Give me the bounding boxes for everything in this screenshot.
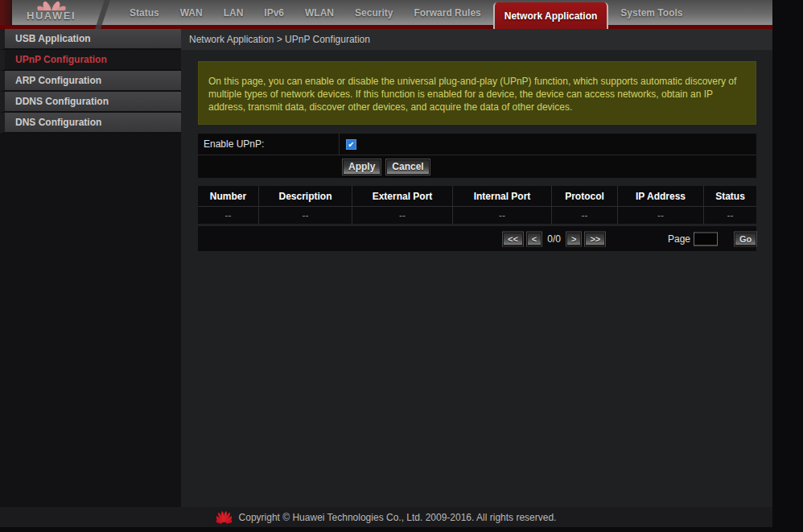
go-button[interactable]: Go — [735, 232, 756, 245]
form-buttons-row: Apply Cancel — [198, 155, 756, 178]
tab-system-tools[interactable]: System Tools — [612, 0, 691, 25]
tab-lan[interactable]: LAN — [215, 0, 253, 25]
col-header-number: Number — [198, 186, 259, 206]
brand-name: HUAWEI — [27, 10, 84, 22]
col-header-internal-port: Internal Port — [453, 186, 552, 206]
next-page-button[interactable]: > — [566, 232, 581, 245]
copyright-text: Copyright © Huawei Technologies Co., Ltd… — [239, 512, 557, 523]
brand-red-strip — [0, 0, 12, 25]
enable-upnp-checkbox[interactable]: ✔ — [346, 139, 356, 150]
enable-upnp-row: Enable UPnP: ✔ — [198, 134, 756, 155]
apply-button[interactable]: Apply — [343, 159, 381, 175]
huawei-logo: HUAWEI — [12, 0, 101, 25]
tab-network-application[interactable]: Network Application — [493, 2, 609, 29]
last-page-button[interactable]: >> — [585, 232, 605, 245]
first-page-button[interactable]: << — [503, 232, 523, 245]
sidebar-item-ddns-configuration[interactable]: DDNS Configuration — [0, 92, 181, 113]
prev-page-button[interactable]: < — [527, 232, 542, 245]
top-navigation: Status WAN LAN IPv6 WLAN Security Forwar… — [119, 0, 693, 29]
tab-wan[interactable]: WAN — [171, 0, 212, 25]
page-counter: 0/0 — [546, 233, 562, 245]
col-header-external-port: External Port — [352, 186, 453, 206]
col-header-protocol: Protocol — [552, 186, 618, 206]
tab-ipv6[interactable]: IPv6 — [255, 0, 293, 25]
cancel-button[interactable]: Cancel — [386, 159, 429, 175]
enable-upnp-label: Enable UPnP: — [198, 134, 340, 155]
tab-wlan[interactable]: WLAN — [296, 0, 343, 25]
cell-external-port: -- — [352, 206, 453, 224]
table-row: -- -- -- -- -- -- -- — [198, 206, 756, 224]
top-bar: HUAWEI Status WAN LAN IPv6 WLAN Security… — [0, 0, 772, 29]
sidebar-item-upnp-configuration[interactable]: UPnP Configuration — [0, 50, 181, 71]
sidebar-item-usb-application[interactable]: USB Application — [0, 29, 181, 50]
table-header-row: Number Description External Port Interna… — [198, 186, 756, 206]
pagination-bar: << < 0/0 > >> Page Go — [198, 226, 756, 251]
page-number-input[interactable] — [694, 232, 718, 245]
router-admin-page: HUAWEI Status WAN LAN IPv6 WLAN Security… — [0, 0, 772, 530]
tab-forward-rules[interactable]: Forward Rules — [405, 0, 489, 25]
page-input-label: Page — [668, 233, 690, 245]
tab-security[interactable]: Security — [346, 0, 402, 25]
col-header-description: Description — [259, 186, 352, 206]
cell-status: -- — [704, 206, 756, 224]
cell-description: -- — [259, 206, 352, 224]
info-box: On this page, you can enable or disable … — [198, 61, 756, 125]
cell-number: -- — [198, 206, 259, 224]
col-header-status: Status — [704, 186, 756, 206]
upnp-form: Enable UPnP: ✔ Apply Cancel — [198, 134, 756, 178]
sidebar: USB Application UPnP Configuration ARP C… — [0, 29, 181, 509]
upnp-table: Number Description External Port Interna… — [198, 186, 756, 224]
cell-internal-port: -- — [453, 206, 552, 224]
huawei-flower-icon — [216, 511, 232, 524]
tab-status[interactable]: Status — [121, 0, 168, 25]
pager-buttons: << < 0/0 > >> — [503, 232, 605, 245]
sidebar-item-arp-configuration[interactable]: ARP Configuration — [0, 71, 181, 92]
cell-ip-address: -- — [618, 206, 704, 224]
main-content: On this page, you can enable or disable … — [181, 50, 772, 509]
sidebar-item-dns-configuration[interactable]: DNS Configuration — [0, 113, 181, 134]
col-header-ip-address: IP Address — [618, 186, 704, 206]
footer: Copyright © Huawei Technologies Co., Ltd… — [0, 507, 772, 527]
cell-protocol: -- — [552, 206, 618, 224]
breadcrumb: Network Application > UPnP Configuration — [181, 29, 772, 50]
